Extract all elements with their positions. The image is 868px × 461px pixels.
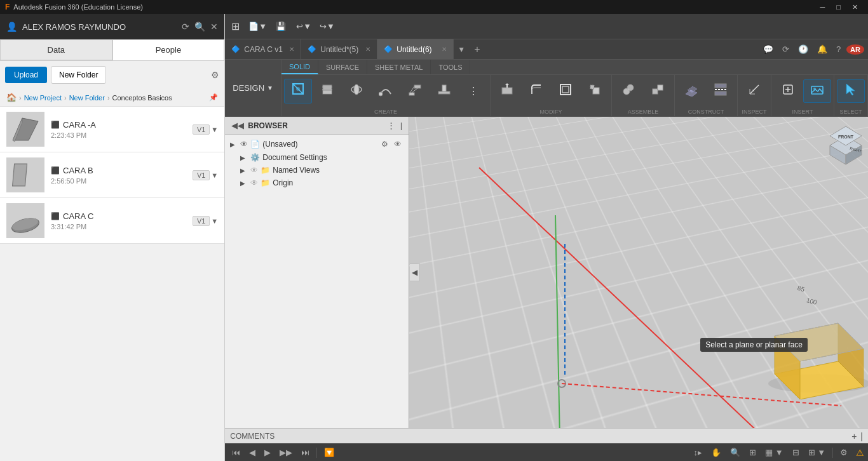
tab-cara-c[interactable]: 🔷 CARA C v1 ✕	[225, 39, 301, 59]
toolbar-tab-surface[interactable]: SURFACE	[318, 60, 367, 74]
unsaved-eye-icon[interactable]: 👁	[240, 140, 248, 149]
viewport[interactable]: ◀◀ BROWSER ⋮ | ▶ 👁 📄 (Unsaved) ⚙ 👁	[225, 117, 868, 428]
fillet-button[interactable]	[522, 80, 550, 102]
more-create-button[interactable]: ⋮	[459, 83, 487, 100]
timeline-end-button[interactable]: ⏭	[298, 446, 313, 459]
list-item[interactable]: ⬛ CARA B 2:56:50 PM V1 ▼	[0, 152, 224, 198]
origin-eye-icon[interactable]: 👁	[250, 178, 258, 187]
settings-icon[interactable]: ⚙	[211, 70, 219, 80]
tree-expand-icon[interactable]: ▶	[230, 141, 238, 148]
tree-item-doc-settings[interactable]: ▶ ⚙️ Document Settings	[225, 151, 409, 164]
revolve-button[interactable]	[342, 80, 370, 102]
sweep-button[interactable]	[372, 80, 400, 102]
close-button[interactable]: ✕	[847, 2, 863, 13]
insert-image-button[interactable]	[803, 79, 831, 103]
version-button[interactable]: V1	[193, 170, 210, 180]
people-tab[interactable]: People	[112, 39, 225, 60]
apps-menu-button[interactable]: ⊞	[229, 18, 242, 35]
search-button[interactable]: 🔍	[194, 22, 205, 32]
collapse-comments-button[interactable]: |	[860, 431, 863, 441]
tree-settings-button[interactable]: ⚙	[379, 139, 390, 149]
chat-button[interactable]: 💬	[760, 43, 776, 56]
press-pull-button[interactable]	[493, 80, 521, 102]
help-button[interactable]: ?	[833, 43, 844, 56]
display-settings-button[interactable]: ▦ ▼	[762, 446, 786, 459]
zoom-button[interactable]: 🔍	[727, 446, 743, 459]
as-built-button[interactable]	[644, 80, 672, 102]
design-mode-button[interactable]: DESIGN ▼	[225, 60, 281, 116]
browser-pin-button[interactable]: |	[399, 119, 403, 131]
minimize-button[interactable]: ─	[815, 2, 831, 13]
header-close-button[interactable]: ✕	[210, 22, 218, 32]
browser-collapse-button[interactable]: ◀◀	[230, 119, 245, 131]
save-button[interactable]: 💾	[272, 19, 290, 34]
insert-mcmaster-button[interactable]	[774, 80, 802, 102]
new-tab-button[interactable]: +	[469, 39, 485, 59]
tabs-overflow[interactable]: ▼	[454, 39, 469, 59]
breadcrumb-project[interactable]: New Project	[24, 94, 62, 102]
midplane-button[interactable]	[707, 80, 735, 102]
tab-untitled-6[interactable]: 🔷 Untitled(6) ✕	[377, 39, 454, 59]
loft-button[interactable]	[401, 80, 429, 102]
browser-options-button[interactable]: ⋮	[386, 119, 397, 131]
tab-untitled-5[interactable]: 🔷 Untitled*(5) ✕	[301, 39, 377, 59]
measure-button[interactable]: d	[740, 80, 768, 102]
redo-button[interactable]: ↪▼	[316, 19, 339, 34]
home-icon[interactable]: 🏠	[6, 93, 17, 102]
timeline-play-button[interactable]: ▶	[261, 446, 274, 459]
history-button[interactable]: 🕐	[795, 43, 811, 56]
tree-item-unsaved[interactable]: ▶ 👁 📄 (Unsaved) ⚙ 👁	[225, 137, 409, 151]
fit-button[interactable]: ⊞	[746, 446, 759, 459]
shell-button[interactable]	[552, 80, 580, 102]
timeline-prev-button[interactable]: ◀	[246, 446, 259, 459]
toolbar-tab-solid[interactable]: SOLID	[281, 60, 318, 74]
tab-close-button[interactable]: ✕	[365, 46, 370, 53]
new-folder-button[interactable]: New Folder	[51, 66, 106, 84]
version-arrow[interactable]: ▼	[211, 126, 218, 133]
undo-button[interactable]: ↩▼	[292, 19, 315, 34]
tree-expand-icon[interactable]: ▶	[240, 180, 248, 187]
toolbar-tab-tools[interactable]: TOOLS	[431, 60, 470, 74]
browser-collapse-handle[interactable]: ◀	[410, 264, 420, 281]
view-options-button[interactable]: ⊞ ▼	[805, 446, 829, 459]
tab-close-button[interactable]: ✕	[442, 46, 447, 53]
timeline-start-button[interactable]: ⏮	[229, 446, 243, 459]
version-arrow[interactable]: ▼	[211, 217, 218, 225]
tab-close-button[interactable]: ✕	[289, 46, 294, 53]
upload-button[interactable]: Upload	[5, 67, 47, 83]
version-arrow[interactable]: ▼	[211, 171, 218, 179]
select-button[interactable]	[837, 79, 865, 103]
pin-icon[interactable]: 📌	[209, 93, 218, 102]
tree-item-named-views[interactable]: ▶ 👁 📁 Named Views	[225, 164, 409, 177]
data-tab[interactable]: Data	[0, 39, 112, 60]
view-cube[interactable]: FRONT RIGHT	[824, 123, 862, 161]
version-button[interactable]: V1	[193, 124, 210, 135]
tree-expand-icon[interactable]: ▶	[240, 167, 248, 174]
tree-item-origin[interactable]: ▶ 👁 📁 Origin	[225, 177, 409, 189]
maximize-button[interactable]: □	[831, 2, 846, 13]
list-item[interactable]: ⬛ CARA -A 2:23:43 PM V1 ▼	[0, 107, 224, 152]
timeline-next-button[interactable]: ▶▶	[276, 446, 295, 459]
toolbar-tab-sheet-metal[interactable]: SHEET METAL	[367, 60, 431, 74]
notifications-button[interactable]: 🔔	[814, 43, 831, 56]
new-sketch-button[interactable]	[284, 79, 312, 104]
settings-button-bottom[interactable]: ⚙	[837, 446, 851, 459]
extrude-button[interactable]	[313, 80, 341, 102]
tree-visibility-button[interactable]: 👁	[392, 139, 403, 149]
new-file-button[interactable]: 📄▼	[245, 19, 271, 34]
breadcrumb-folder[interactable]: New Folder	[69, 94, 105, 102]
scale-button[interactable]	[581, 80, 609, 102]
named-views-eye-icon[interactable]: 👁	[250, 166, 258, 175]
orbit-button[interactable]: ↕▸	[691, 446, 706, 459]
pan-button[interactable]: ✋	[708, 446, 724, 459]
refresh-button[interactable]: ⟳	[182, 22, 189, 32]
offset-plane-button[interactable]	[677, 80, 705, 102]
tree-expand-icon[interactable]: ▶	[240, 154, 248, 161]
joint-button[interactable]	[614, 80, 642, 102]
rib-button[interactable]	[430, 80, 458, 102]
version-button[interactable]: V1	[193, 216, 210, 226]
add-comment-button[interactable]: +	[851, 431, 857, 441]
sync-button[interactable]: ⟳	[779, 43, 792, 56]
timeline-filter-button[interactable]: 🔽	[321, 446, 337, 459]
list-item[interactable]: ⬛ CARA C 3:31:42 PM V1 ▼	[0, 198, 224, 244]
